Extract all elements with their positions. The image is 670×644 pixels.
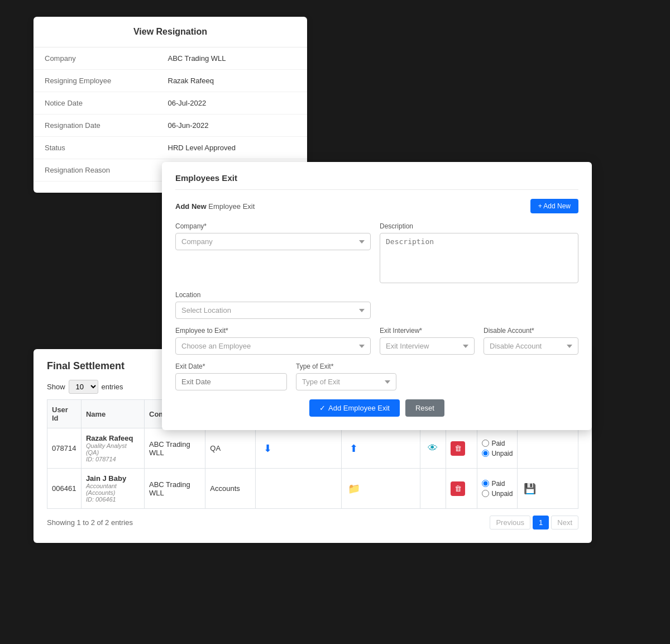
exit-date-group: Exit Date* [175, 362, 287, 390]
user-name: Jain J Baby [86, 474, 140, 483]
field-label: Resignation Date [34, 115, 157, 137]
save-icon[interactable]: 💾 [522, 481, 538, 497]
employee-label: Employee to Exit* [175, 327, 371, 335]
location-select[interactable]: Select Location [175, 302, 371, 319]
delete-icon[interactable]: 🗑 [451, 481, 465, 496]
employee-group: Employee to Exit* Choose an Employee [175, 327, 371, 355]
exit-interview-select[interactable]: Exit Interview [380, 337, 475, 355]
modal-footer: ✓ Add Employee Exit Reset [175, 399, 578, 417]
user-id-cell: 078714 [47, 428, 82, 469]
modal-header: Employees Exit [175, 173, 578, 190]
disable-account-select[interactable]: Disable Account [484, 337, 578, 355]
disable-account-label: Disable Account* [484, 327, 578, 335]
pagination-btns: Previous 1 Next [490, 516, 578, 529]
employee-select[interactable]: Choose an Employee [175, 337, 371, 355]
add-new-section: Add New Employee Exit + Add New [175, 199, 578, 213]
type-of-exit-group: Type of Exit* Type of Exit [296, 362, 396, 390]
column-header: User Id [47, 400, 82, 428]
company-select[interactable]: Company [175, 233, 371, 250]
upload-cell: 📁 [341, 469, 420, 509]
show-label: Show [47, 383, 65, 391]
form-row-3: Employee to Exit* Choose an Employee Exi… [175, 327, 578, 355]
table-row: StatusHRD Level Approved [34, 137, 307, 159]
pagination-row: Showing 1 to 2 of 2 entries Previous 1 N… [47, 516, 578, 529]
field-value: 06-Jul-2022 [157, 92, 308, 115]
description-textarea[interactable] [380, 233, 578, 283]
field-label: Status [34, 137, 157, 159]
add-employee-exit-button[interactable]: ✓ Add Employee Exit [309, 399, 400, 417]
download-icon[interactable]: ⬇ [260, 441, 276, 456]
download-cell [255, 469, 341, 509]
field-label: Company [34, 47, 157, 70]
table-row: Resigning EmployeeRazak Rafeeq [34, 70, 307, 92]
field-value: Razak Rafeeq [157, 70, 308, 92]
name-cell: Jain J BabyAccountant (Accounts)ID: 0064… [81, 469, 144, 509]
status-radio-group: Paid Unpaid [482, 480, 513, 498]
department-cell: QA [205, 428, 255, 469]
field-label: Resigning Employee [34, 70, 157, 92]
table-row: CompanyABC Trading WLL [34, 47, 307, 70]
prev-button[interactable]: Previous [490, 516, 530, 529]
user-id-cell: 006461 [47, 469, 82, 509]
paid-radio-label[interactable]: Paid [482, 440, 513, 447]
name-cell: Razak RafeeqQuality Analyst (QA)ID: 0787… [81, 428, 144, 469]
unpaid-radio[interactable] [482, 450, 489, 457]
paid-radio-label[interactable]: Paid [482, 480, 513, 488]
exit-date-input[interactable] [175, 373, 287, 390]
exit-interview-label: Exit Interview* [380, 327, 475, 335]
table-row: 078714Razak RafeeqQuality Analyst (QA)ID… [47, 428, 578, 469]
company-label: Company* [175, 222, 371, 230]
location-group: Location Select Location [175, 291, 371, 319]
checkmark-icon: ✓ [319, 404, 326, 412]
table-row: Notice Date06-Jul-2022 [34, 92, 307, 115]
final-settlement-cell [518, 428, 578, 469]
unpaid-radio[interactable] [482, 490, 489, 497]
description-label: Description [380, 222, 578, 230]
exit-date-label: Exit Date* [175, 362, 287, 370]
field-value: ABC Trading WLL [157, 47, 308, 70]
show-entries: Show 10 entries [47, 380, 123, 394]
delete-cell: 🗑 [446, 469, 477, 509]
download-cell: ⬇ [255, 428, 341, 469]
entries-select[interactable]: 10 [69, 380, 98, 394]
view-icon[interactable]: 👁 [425, 441, 441, 456]
form-row-2: Location Select Location [175, 291, 578, 319]
reset-button[interactable]: Reset [405, 399, 444, 417]
next-button[interactable]: Next [551, 516, 578, 529]
delete-icon[interactable]: 🗑 [451, 441, 465, 456]
modal-title: Employees Exit [175, 173, 237, 183]
table-row: Resignation Date06-Jun-2022 [34, 115, 307, 137]
unpaid-radio-label[interactable]: Unpaid [482, 450, 513, 457]
company-group: Company* Company [175, 222, 371, 283]
employees-exit-modal: Employees Exit Add New Employee Exit + A… [162, 162, 592, 430]
type-of-exit-select[interactable]: Type of Exit [296, 373, 396, 390]
upload-icon[interactable]: ⬆ [346, 441, 362, 456]
field-value: 06-Jun-2022 [157, 115, 308, 137]
view-resignation-title: View Resignation [34, 17, 307, 47]
pagination-info: Showing 1 to 2 of 2 entries [47, 518, 133, 527]
final-settlement-cell: 💾 [518, 469, 578, 509]
column-header: Name [81, 400, 144, 428]
status-cell: Paid Unpaid [477, 428, 518, 469]
user-meta: Accountant (Accounts) [86, 483, 140, 496]
view-cell: 👁 [420, 428, 446, 469]
company-cell: ABC Trading WLL [145, 428, 205, 469]
paid-radio[interactable] [482, 480, 489, 487]
unpaid-radio-label[interactable]: Unpaid [482, 490, 513, 498]
field-label: Resignation Reason [34, 159, 157, 182]
paid-radio[interactable] [482, 440, 489, 447]
user-id-label: ID: 006461 [86, 496, 140, 503]
status-radio-group: Paid Unpaid [482, 440, 513, 457]
entries-label: entries [102, 383, 123, 391]
add-new-button[interactable]: + Add New [530, 199, 578, 213]
upload-cell: ⬆ [341, 428, 420, 469]
location-label: Location [175, 291, 371, 299]
form-row-1: Company* Company Description [175, 222, 578, 283]
user-id-label: ID: 078714 [86, 456, 140, 462]
field-value: HRD Level Approved [157, 137, 308, 159]
user-name: Razak Rafeeq [86, 434, 140, 442]
page-1-button[interactable]: 1 [533, 516, 549, 529]
view-resignation-table: CompanyABC Trading WLLResigning Employee… [34, 47, 307, 182]
folder-icon[interactable]: 📁 [346, 481, 362, 497]
company-cell: ABC Trading WLL [145, 469, 205, 509]
